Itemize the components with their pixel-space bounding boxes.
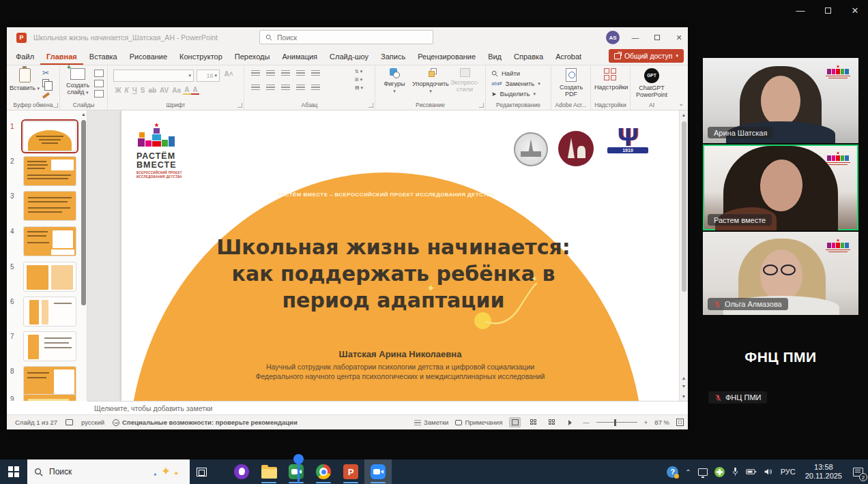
maximize-icon[interactable]	[820, 4, 835, 16]
tab-design[interactable]: Конструктор	[173, 49, 229, 65]
taskbar-app-explorer[interactable]	[255, 459, 283, 484]
align-text-icon[interactable]: ⊞ ▾	[355, 77, 363, 82]
dialog-launcher-icon[interactable]	[53, 103, 58, 108]
taskbar-search[interactable]: Поиск ✦✦✦	[27, 459, 190, 484]
align-center-icon[interactable]	[266, 85, 275, 91]
taskbar-app-assistant[interactable]	[228, 459, 255, 484]
search-box[interactable]: Поиск	[259, 30, 433, 44]
line-spacing-icon[interactable]	[311, 70, 320, 77]
close-icon[interactable]: ✕	[848, 4, 863, 16]
slide-thumbnail-1[interactable]	[23, 121, 76, 151]
video-tile-2[interactable]: Растем вместе	[703, 145, 858, 230]
font-color-icon[interactable]: А	[191, 86, 199, 95]
chatgpt-button[interactable]: GPT ChatGPT PowerPoint	[634, 68, 669, 98]
addins-button[interactable]: Надстройки	[594, 68, 627, 91]
thumbnails-scrollbar[interactable]	[81, 120, 86, 305]
slide-thumbnail-9[interactable]	[23, 394, 76, 401]
tab-insert[interactable]: Вставка	[83, 49, 124, 65]
dialog-launcher-icon[interactable]	[237, 103, 242, 108]
taskbar-app-powerpoint[interactable]: P	[337, 459, 364, 484]
tab-view[interactable]: Вид	[482, 49, 508, 65]
columns-icon[interactable]	[311, 85, 320, 91]
tab-acrobat[interactable]: Acrobat	[549, 49, 588, 65]
decrease-indent-icon[interactable]	[281, 70, 290, 77]
tab-record[interactable]: Запись	[375, 49, 411, 65]
font-name-select[interactable]: ▾	[113, 70, 194, 82]
comments-toggle[interactable]: Примечания	[455, 419, 502, 426]
notification-center-button[interactable]: 2	[848, 459, 868, 484]
arrange-button[interactable]: Упорядочить▾	[411, 68, 450, 95]
task-view-button[interactable]	[190, 459, 213, 484]
cast-tray-icon[interactable]	[695, 459, 711, 484]
tab-transitions[interactable]: Переходы	[229, 49, 276, 65]
taskbar-app-zoom[interactable]	[364, 459, 392, 484]
zoom-slider[interactable]	[596, 422, 637, 423]
slide-thumbnail-6[interactable]	[23, 297, 76, 327]
character-spacing-button[interactable]: AV	[158, 87, 171, 94]
video-tile-1[interactable]: Арина Шатская	[703, 58, 858, 143]
antivirus-tray-icon[interactable]	[711, 459, 728, 484]
shapes-button[interactable]: Фигуры▾	[378, 68, 411, 95]
font-size-select[interactable]: 16▾	[197, 70, 220, 82]
slide-scrollbar[interactable]: ▲ ▲ ▼ ▼	[679, 110, 688, 401]
scroll-up-icon[interactable]: ▲	[81, 112, 86, 117]
align-left-icon[interactable]	[251, 85, 260, 91]
slide[interactable]: РАСТЁМВМЕСТЕ ВСЕРОССИЙСКИЙ ПРОЕКТИССЛЕДО…	[121, 110, 679, 401]
collapse-ribbon-icon[interactable]: ⌄	[678, 100, 684, 107]
scroll-up-icon[interactable]: ▲	[680, 112, 688, 117]
new-slide-button[interactable]: Создать слайд ▾	[61, 68, 94, 96]
align-right-icon[interactable]	[281, 85, 290, 91]
zoom-level[interactable]: 87 %	[654, 419, 669, 426]
avatar[interactable]: AS	[606, 31, 620, 44]
volume-tray-icon[interactable]	[760, 459, 777, 484]
battery-tray-icon[interactable]	[742, 459, 760, 484]
replace-button[interactable]: ab⇄ Заменить ▾	[491, 80, 551, 87]
video-tile-3[interactable]: Ольга Алмазова	[703, 232, 858, 315]
language-indicator[interactable]: русский	[81, 419, 104, 426]
ppt-close-icon[interactable]: ✕	[673, 33, 685, 42]
slide-thumbnail-2[interactable]	[23, 156, 76, 186]
smartart-icon[interactable]: ▤ ▾	[355, 85, 363, 91]
notes-toggle[interactable]: Заметки	[414, 419, 448, 426]
dialog-launcher-icon[interactable]	[479, 103, 484, 108]
ppt-restore-icon[interactable]	[651, 33, 663, 42]
zoom-handle[interactable]	[614, 419, 617, 426]
slideshow-button[interactable]	[564, 417, 576, 427]
microphone-tray-icon[interactable]	[728, 459, 742, 484]
create-pdf-button[interactable]: Создать PDF	[555, 68, 588, 97]
select-button[interactable]: ➤ Выделить ▾	[491, 90, 551, 97]
change-case-button[interactable]: Аа	[171, 87, 183, 94]
copy-icon[interactable]	[42, 79, 49, 87]
display-settings-icon[interactable]	[66, 419, 73, 425]
taskbar-app-chrome[interactable]	[310, 459, 337, 484]
layout-icon[interactable]	[94, 70, 104, 77]
slide-thumbnail-7[interactable]	[23, 331, 76, 361]
fit-slide-icon[interactable]	[676, 419, 684, 426]
justify-icon[interactable]	[296, 85, 305, 91]
reset-icon[interactable]	[94, 80, 104, 87]
notes-area[interactable]: Щелкните, чтобы добавить заметки	[87, 401, 688, 414]
cut-icon[interactable]: ✂	[42, 70, 50, 76]
find-button[interactable]: Найти	[491, 70, 551, 77]
tab-help[interactable]: Справка	[508, 49, 549, 65]
clock[interactable]: 13:58 20.11.2025	[800, 463, 848, 481]
slide-thumbnail-3[interactable]	[23, 191, 76, 221]
start-button[interactable]	[0, 459, 27, 484]
scrollbar-thumb[interactable]	[682, 121, 686, 292]
share-button[interactable]: Общий доступ ▾	[609, 49, 684, 63]
underline-button[interactable]: Ч	[130, 87, 139, 94]
tab-animations[interactable]: Анимация	[276, 49, 323, 65]
slide-thumbnail-8[interactable]	[23, 366, 76, 396]
accessibility-status[interactable]: Специальные возможности: проверьте реком…	[113, 419, 298, 426]
slide-sorter-button[interactable]	[527, 417, 539, 427]
slide-thumbnail-5[interactable]	[23, 262, 76, 292]
help-tray-icon[interactable]: ?	[663, 459, 682, 484]
increase-indent-icon[interactable]	[296, 70, 305, 77]
tab-home[interactable]: Главная	[40, 49, 83, 65]
shadow-button[interactable]: S	[139, 87, 147, 94]
scroll-down-icon[interactable]: ▼	[680, 394, 688, 399]
highlight-color-icon[interactable]: А	[183, 86, 191, 95]
tab-slideshow[interactable]: Слайд-шоу	[323, 49, 375, 65]
slide-thumbnail-4[interactable]	[23, 226, 76, 256]
previous-slide-icon[interactable]: ▲	[680, 376, 688, 380]
